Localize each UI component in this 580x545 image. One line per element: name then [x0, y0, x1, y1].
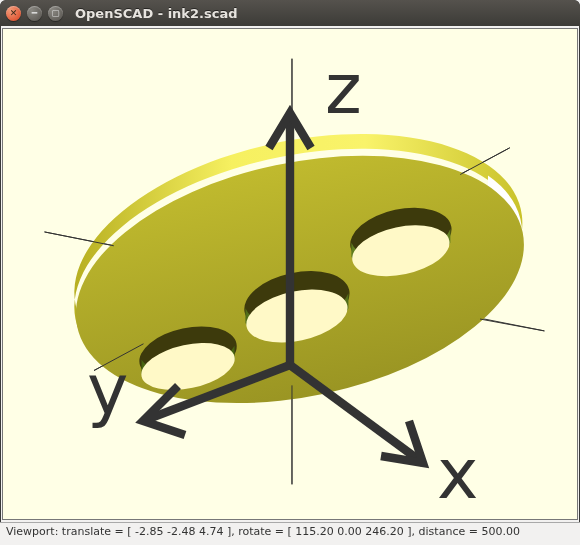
minimize-icon[interactable]: ━: [27, 6, 42, 21]
svg-line-17: [290, 365, 423, 463]
axis-x-label: x: [437, 433, 478, 515]
close-icon[interactable]: ✕: [6, 6, 21, 21]
statusbar: Viewport: translate = [ -2.85 -2.48 4.74…: [0, 522, 580, 545]
window-title: OpenSCAD - ink2.scad: [75, 6, 238, 21]
viewport-3d[interactable]: z x y: [2, 28, 578, 520]
svg-line-18: [143, 365, 290, 421]
statusbar-text: Viewport: translate = [ -2.85 -2.48 4.74…: [6, 525, 520, 538]
titlebar[interactable]: ✕ ━ ▢ OpenSCAD - ink2.scad: [0, 0, 580, 26]
app-window: ✕ ━ ▢ OpenSCAD - ink2.scad: [0, 0, 580, 545]
axis-y-label: y: [87, 349, 128, 431]
maximize-icon[interactable]: ▢: [48, 6, 63, 21]
axis-indicator: z x y: [3, 29, 577, 519]
axis-z-label: z: [325, 48, 362, 130]
